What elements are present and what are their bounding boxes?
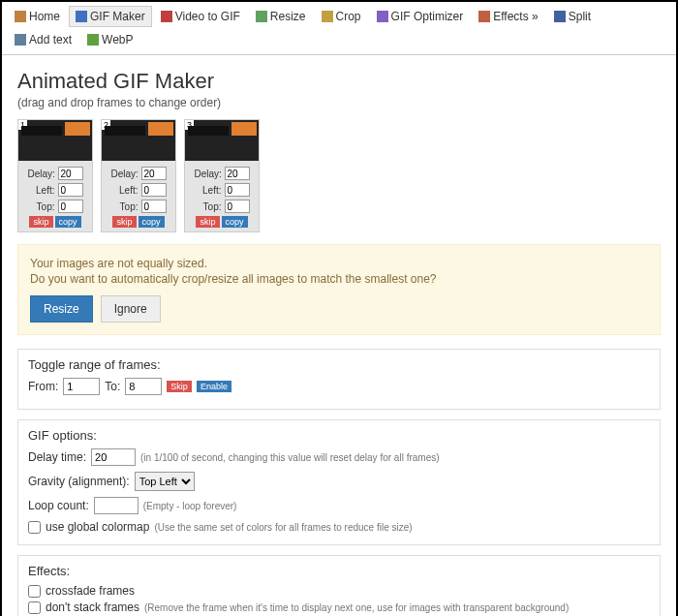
nav-label: WebP	[102, 33, 133, 46]
frame-thumb[interactable]	[185, 120, 259, 161]
add-text-icon	[15, 34, 26, 46]
frame-card[interactable]: Delay:Left:Top:skipcopy	[184, 119, 260, 232]
frame-thumb[interactable]	[18, 120, 92, 161]
delay-input[interactable]	[91, 448, 136, 466]
effects--icon	[478, 11, 490, 22]
frame-top-input[interactable]	[141, 200, 167, 213]
resize-icon	[256, 11, 267, 22]
frame-left-input[interactable]	[225, 183, 250, 197]
page-title: Animated GIF Maker	[17, 69, 661, 94]
loop-label: Loop count:	[28, 499, 89, 512]
from-label: From:	[28, 380, 58, 393]
nav-item-gif-optimizer[interactable]: GIF Optimizer	[370, 6, 471, 27]
colormap-checkbox[interactable]	[28, 521, 41, 534]
enable-range-button[interactable]: Enable	[197, 381, 231, 392]
effects-title: Effects:	[28, 564, 650, 578]
nav-item-add-text[interactable]: Add text	[8, 29, 78, 50]
from-input[interactable]	[63, 378, 100, 395]
stack-label: don't stack frames	[46, 601, 139, 614]
nav-item-crop[interactable]: Crop	[315, 6, 368, 27]
nav-item-resize[interactable]: Resize	[249, 6, 313, 27]
skip-range-button[interactable]: Skip	[167, 381, 192, 392]
loop-hint: (Empty - loop forever)	[143, 501, 237, 511]
frame-top-label: Top:	[28, 201, 55, 212]
frames-container: Delay:Left:Top:skipcopyDelay:Left:Top:sk…	[17, 119, 661, 232]
toggle-title: Toggle range of frames:	[28, 357, 650, 372]
frame-skip-button[interactable]: skip	[112, 216, 136, 228]
effects-panel: Effects: crossfade frames don't stack fr…	[17, 555, 661, 616]
gravity-select[interactable]: Top Left	[135, 472, 195, 491]
nav-label: GIF Maker	[90, 10, 145, 23]
webp-icon	[87, 34, 99, 46]
options-panel: GIF options: Delay time: (in 1/100 of se…	[17, 419, 661, 545]
crossfade-checkbox[interactable]	[28, 585, 41, 598]
colormap-label: use global colormap	[46, 520, 149, 534]
page-subtitle: (drag and drop frames to change order)	[17, 96, 661, 109]
to-label: To:	[105, 380, 120, 393]
delay-hint: (in 1/100 of second, changing this value…	[140, 452, 440, 463]
frame-top-label: Top:	[111, 201, 139, 212]
nav-item-gif-maker[interactable]: GIF Maker	[69, 6, 152, 27]
crop-icon	[322, 11, 333, 22]
frame-delay-input[interactable]	[58, 167, 83, 180]
nav-label: Effects »	[493, 10, 538, 23]
split-icon	[554, 11, 566, 22]
resize-button[interactable]: Resize	[30, 295, 93, 323]
alert-line1: Your images are not equally sized.	[30, 257, 648, 270]
frame-top-input[interactable]	[225, 200, 250, 213]
nav-label: Resize	[270, 10, 306, 23]
top-nav: HomeGIF MakerVideo to GIFResizeCropGIF O…	[2, 2, 676, 55]
loop-input[interactable]	[94, 497, 139, 514]
options-title: GIF options:	[28, 428, 650, 443]
delay-label: Delay time:	[28, 450, 86, 464]
to-input[interactable]	[125, 378, 162, 395]
nav-label: GIF Optimizer	[391, 10, 464, 23]
frame-delay-input[interactable]	[141, 167, 167, 180]
stack-checkbox[interactable]	[28, 601, 41, 614]
ignore-button[interactable]: Ignore	[101, 295, 161, 323]
frame-left-label: Left:	[195, 185, 222, 196]
colormap-hint: (Use the same set of colors for all fram…	[154, 522, 412, 533]
nav-item-home[interactable]: Home	[8, 6, 67, 27]
alert-line2: Do you want to automatically crop/resize…	[30, 272, 648, 286]
gravity-label: Gravity (alignment):	[28, 475, 130, 488]
frame-delay-label: Delay:	[28, 169, 55, 179]
crossfade-label: crossfade frames	[46, 584, 135, 598]
main-content: Animated GIF Maker (drag and drop frames…	[2, 55, 676, 616]
nav-label: Crop	[336, 10, 361, 23]
frame-left-label: Left:	[28, 185, 55, 196]
frame-delay-input[interactable]	[225, 167, 250, 180]
nav-item-split[interactable]: Split	[547, 6, 598, 27]
frame-delay-label: Delay:	[195, 169, 222, 179]
toggle-panel: Toggle range of frames: From: To: Skip E…	[17, 349, 661, 410]
nav-item-webp[interactable]: WebP	[80, 29, 139, 50]
home-icon	[15, 11, 26, 22]
frame-left-input[interactable]	[141, 183, 167, 197]
frame-copy-button[interactable]: copy	[139, 216, 165, 228]
frame-delay-label: Delay:	[111, 169, 139, 179]
frame-top-label: Top:	[195, 201, 222, 212]
stack-hint: (Remove the frame when it's time to disp…	[144, 602, 569, 613]
nav-label: Home	[29, 10, 60, 23]
nav-item-effects-[interactable]: Effects »	[472, 6, 544, 27]
frame-skip-button[interactable]: skip	[29, 216, 52, 228]
video-to-gif-icon	[161, 11, 172, 22]
frame-copy-button[interactable]: copy	[222, 216, 248, 228]
frame-thumb[interactable]	[102, 120, 175, 161]
frame-card[interactable]: Delay:Left:Top:skipcopy	[101, 119, 176, 232]
frame-left-label: Left:	[111, 185, 139, 196]
gif-optimizer-icon	[377, 11, 388, 22]
frame-card[interactable]: Delay:Left:Top:skipcopy	[17, 119, 93, 232]
frame-copy-button[interactable]: copy	[55, 216, 81, 228]
resize-alert: Your images are not equally sized. Do yo…	[17, 244, 661, 335]
nav-label: Split	[569, 10, 591, 23]
frame-left-input[interactable]	[58, 183, 83, 197]
frame-skip-button[interactable]: skip	[196, 216, 219, 228]
nav-item-video-to-gif[interactable]: Video to GIF	[154, 6, 247, 27]
nav-label: Add text	[29, 33, 72, 46]
nav-label: Video to GIF	[175, 10, 240, 23]
frame-top-input[interactable]	[58, 200, 83, 213]
gif-maker-icon	[76, 11, 87, 22]
